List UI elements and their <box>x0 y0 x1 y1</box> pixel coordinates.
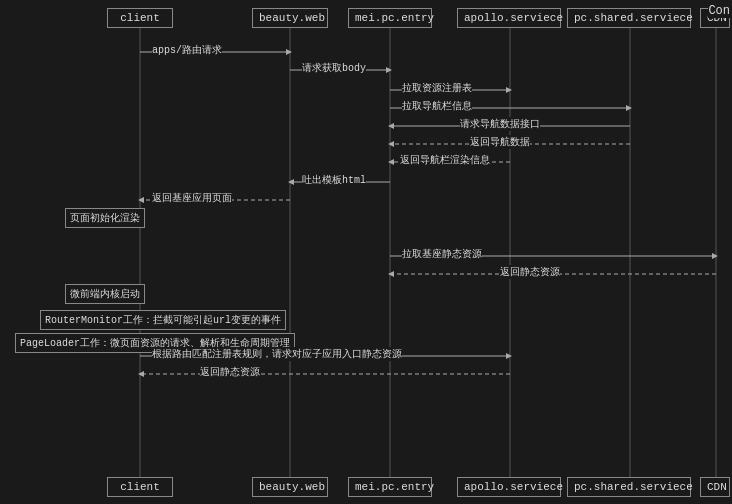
msg-label-3: 拉取资源注册表 <box>402 81 472 95</box>
self-label-kernel: 微前端内核启动 <box>65 284 145 304</box>
svg-marker-11 <box>506 87 512 93</box>
actor-beauty-web-bottom: beauty.web <box>252 477 328 497</box>
actor-mei-pc-entry-top: mei.pc.entry <box>348 8 432 28</box>
svg-marker-23 <box>138 197 144 203</box>
actor-client-top: client <box>107 8 173 28</box>
msg-label-2: 请求获取body <box>302 61 366 75</box>
svg-marker-21 <box>288 179 294 185</box>
self-label-router-monitor: RouterMonitor工作：拦截可能引起url变更的事件 <box>40 310 286 330</box>
msg-label-1: apps/路由请求 <box>152 43 222 57</box>
actor-pc-shared-top: pc.shared.serviece <box>567 8 691 28</box>
svg-marker-27 <box>388 271 394 277</box>
msg-label-10: 拉取基座静态资源 <box>402 247 482 261</box>
actor-cdn-bottom: CDN <box>700 477 730 497</box>
msg-label-13: 返回静态资源 <box>200 365 260 379</box>
msg-label-9: 返回基座应用页面 <box>152 191 232 205</box>
svg-marker-15 <box>388 123 394 129</box>
svg-marker-9 <box>386 67 392 73</box>
actor-apollo-top: apollo.serviece <box>457 8 561 28</box>
msg-label-8: 吐出模板html <box>302 173 366 187</box>
msg-label-5: 请求导航数据接口 <box>460 117 540 131</box>
svg-marker-31 <box>138 371 144 377</box>
msg-label-12: 根据路由匹配注册表规则，请求对应子应用入口静态资源 <box>152 347 402 361</box>
sequence-diagram: client beauty.web mei.pc.entry apollo.se… <box>0 0 732 504</box>
top-right-con: Con <box>708 4 730 18</box>
actor-client-bottom: client <box>107 477 173 497</box>
msg-label-6: 返回导航数据 <box>470 135 530 149</box>
actor-mei-pc-entry-bottom: mei.pc.entry <box>348 477 432 497</box>
diagram-svg <box>0 0 732 504</box>
actor-apollo-bottom: apollo.serviece <box>457 477 561 497</box>
self-label-render: 页面初始化渲染 <box>65 208 145 228</box>
msg-label-4: 拉取导航栏信息 <box>402 99 472 113</box>
svg-marker-7 <box>286 49 292 55</box>
msg-label-11: 返回静态资源 <box>500 265 560 279</box>
msg-label-7: 返回导航栏渲染信息 <box>400 153 490 167</box>
svg-marker-25 <box>712 253 718 259</box>
svg-marker-29 <box>506 353 512 359</box>
actor-pc-shared-bottom: pc.shared.serviece <box>567 477 691 497</box>
svg-marker-13 <box>626 105 632 111</box>
svg-marker-17 <box>388 141 394 147</box>
actor-beauty-web-top: beauty.web <box>252 8 328 28</box>
svg-marker-19 <box>388 159 394 165</box>
